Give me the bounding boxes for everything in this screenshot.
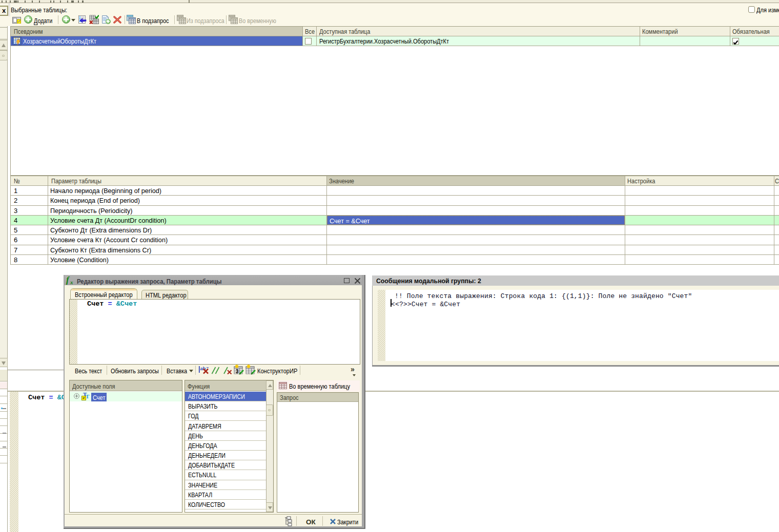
svg-text:f: f [66,275,70,285]
svg-text:x: x [70,279,73,285]
svg-text:3: 3 [236,369,239,374]
svg-text:T: T [86,393,90,399]
